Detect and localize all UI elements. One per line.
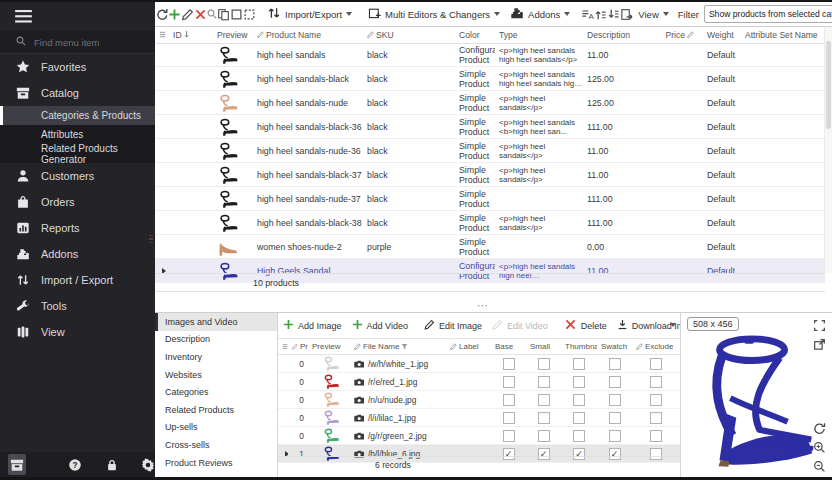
- lock-icon[interactable]: [105, 456, 119, 473]
- col-thumbnail[interactable]: Thumbna: [561, 342, 597, 351]
- hamburger-menu-icon[interactable]: [0, 2, 155, 31]
- thumbnail-checkbox[interactable]: [573, 394, 585, 406]
- checkbox-icon[interactable]: [230, 5, 243, 23]
- sidebar-item-catalog[interactable]: Catalog: [0, 80, 155, 106]
- zoom-in-icon[interactable]: [813, 440, 827, 454]
- base-checkbox[interactable]: [503, 376, 515, 388]
- col-preview[interactable]: Preview: [213, 30, 253, 40]
- products-grid-scrollbar[interactable]: [824, 27, 832, 273]
- tab-cross-sells[interactable]: Cross-sells: [155, 436, 277, 454]
- col-position[interactable]: Pr: [288, 342, 308, 351]
- sidebar-item-tools[interactable]: Tools: [0, 293, 155, 319]
- tab-product-reviews[interactable]: Product Reviews: [155, 454, 277, 472]
- col-preview[interactable]: Preview: [308, 342, 350, 351]
- menu-search-input[interactable]: Find menu item: [0, 31, 155, 54]
- col-price[interactable]: Price: [661, 30, 703, 40]
- small-checkbox[interactable]: [538, 376, 550, 388]
- swatch-checkbox[interactable]: [609, 358, 621, 370]
- image-row-w-h-white-1-jpg[interactable]: 0/w/h/white_1.jpg: [278, 355, 680, 373]
- delete-button[interactable]: Delete: [559, 318, 612, 333]
- tab-websites[interactable]: Websites: [155, 366, 277, 384]
- small-checkbox[interactable]: [538, 412, 550, 424]
- sidebar-item-orders[interactable]: Orders: [0, 189, 155, 215]
- export-grid-icon[interactable]: [620, 5, 633, 23]
- col-file-name[interactable]: File Name: [350, 342, 446, 351]
- move-down-icon[interactable]: [607, 5, 620, 23]
- multi-editors-menu[interactable]: Multi Editors & Changers: [363, 7, 505, 22]
- sidebar-item-categories-products[interactable]: Categories & Products: [0, 106, 155, 125]
- add-image-button[interactable]: Add Image: [278, 319, 347, 332]
- actual-size-icon[interactable]: [813, 318, 827, 332]
- sidebar-item-related-products-generator[interactable]: Related Products Generator: [0, 144, 155, 163]
- col-sku[interactable]: SKU: [363, 30, 455, 40]
- product-row-13731[interactable]: high heel sandalsblackConfigurable Produ…: [155, 43, 825, 67]
- thumbnail-checkbox[interactable]: [573, 412, 585, 424]
- image-row-l-i-lilac-1-jpg[interactable]: 0/l/i/lilac_1.jpg: [278, 409, 680, 427]
- product-row-13738[interactable]: high heel sandals-black-37blackSimple Pr…: [155, 163, 825, 187]
- thumbnail-checkbox[interactable]: [573, 376, 585, 388]
- search-icon[interactable]: [207, 5, 217, 23]
- small-checkbox[interactable]: [538, 358, 550, 370]
- image-row-r-e-red-1-jpg[interactable]: 0/r/e/red_1.jpg: [278, 373, 680, 391]
- addons-menu[interactable]: Addons: [505, 6, 575, 22]
- exclude-checkbox[interactable]: [650, 358, 662, 370]
- col-id[interactable]: ID: [169, 30, 213, 40]
- add-icon[interactable]: [168, 5, 181, 23]
- tab-related-products[interactable]: Related Products: [155, 401, 277, 419]
- edit-image-button[interactable]: Edit Image: [419, 319, 487, 332]
- rotate-icon[interactable]: [813, 421, 827, 435]
- product-row-13732[interactable]: high heel sandals-blackblackSimple Produ…: [155, 67, 825, 91]
- help-icon[interactable]: ?: [68, 456, 82, 473]
- tab-description[interactable]: Description: [155, 331, 277, 349]
- col-swatch[interactable]: Swatch: [597, 342, 632, 351]
- sidebar-item-reports[interactable]: Reports: [0, 215, 155, 241]
- import-export-menu[interactable]: Import/Export: [262, 6, 357, 22]
- col-exclude[interactable]: Exclude: [632, 342, 680, 351]
- col-product-name[interactable]: Product Name: [253, 30, 363, 40]
- image-row-g-r-green-2-jpg[interactable]: 0/g/r/green_2.jpg: [278, 427, 680, 445]
- sidebar-item-customers[interactable]: Customers: [0, 163, 155, 189]
- exclude-checkbox[interactable]: [650, 430, 662, 442]
- exclude-checkbox[interactable]: [650, 412, 662, 424]
- chevron-down-icon[interactable]: [670, 323, 676, 327]
- thumbnail-checkbox[interactable]: [573, 430, 585, 442]
- sidebar-item-import-export[interactable]: Import / Export: [0, 267, 155, 293]
- duplicate-icon[interactable]: [217, 5, 230, 23]
- product-row-13737[interactable]: high heel sandals-nude-36blackSimple Pro…: [155, 139, 825, 163]
- sidebar-item-view[interactable]: View: [0, 319, 155, 345]
- select-special-icon[interactable]: [243, 5, 256, 23]
- col-base[interactable]: Base: [491, 342, 526, 351]
- base-checkbox[interactable]: [503, 430, 515, 442]
- add-video-button[interactable]: Add Video: [347, 319, 413, 332]
- swatch-checkbox[interactable]: [609, 430, 621, 442]
- exclude-checkbox[interactable]: [650, 394, 662, 406]
- filter-select[interactable]: Show products from selected categories: [704, 5, 832, 23]
- col-description[interactable]: Description: [583, 30, 661, 40]
- col-attribute-set[interactable]: Attribute Set Name: [741, 30, 825, 40]
- open-external-icon[interactable]: [813, 337, 827, 351]
- product-row-13817[interactable]: women shoes-nude-2purpleSimple Product0.…: [155, 235, 825, 259]
- view-menu[interactable]: View: [633, 9, 673, 20]
- base-checkbox[interactable]: [503, 412, 515, 424]
- product-row-13740[interactable]: high heel sandals-black-38blackSimple Pr…: [155, 211, 825, 235]
- sidebar-item-addons[interactable]: Addons: [0, 241, 155, 267]
- col-weight[interactable]: Weight: [703, 30, 741, 40]
- image-row-n-u-nude-jpg[interactable]: 0/n/u/nude.jpg: [278, 391, 680, 409]
- base-checkbox[interactable]: [503, 358, 515, 370]
- panel-splitter-handle[interactable]: ⋯: [477, 299, 489, 312]
- small-checkbox[interactable]: [538, 394, 550, 406]
- exclude-checkbox[interactable]: [650, 376, 662, 388]
- refresh-icon[interactable]: [155, 5, 168, 23]
- settings-icon[interactable]: [141, 456, 155, 473]
- product-row-13736[interactable]: high heel sandals-black-36blackSimple Pr…: [155, 115, 825, 139]
- edit-icon[interactable]: [181, 5, 194, 23]
- catalog-icon[interactable]: [8, 454, 26, 475]
- select-all-header[interactable]: [155, 31, 169, 38]
- thumbnail-checkbox[interactable]: [573, 358, 585, 370]
- swatch-checkbox[interactable]: [609, 394, 621, 406]
- sidebar-splitter-handle[interactable]: ::::: [149, 235, 153, 243]
- text-format-icon[interactable]: A: [581, 5, 594, 23]
- col-small[interactable]: Small: [526, 342, 561, 351]
- base-checkbox[interactable]: [503, 394, 515, 406]
- swatch-checkbox[interactable]: [609, 376, 621, 388]
